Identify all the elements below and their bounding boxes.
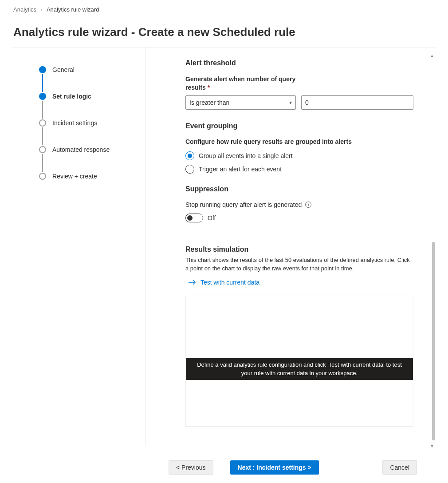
step-general[interactable]: General: [39, 65, 145, 74]
results-simulation-heading: Results simulation: [185, 245, 413, 253]
breadcrumb-root[interactable]: Analytics: [13, 6, 36, 13]
event-grouping-sublabel: Configure how rule query results are gro…: [185, 138, 413, 145]
suppression-toggle[interactable]: [185, 214, 203, 222]
radio-label: Trigger an alert for each event: [199, 166, 282, 173]
suppression-label: Stop running query after alert is genera…: [185, 201, 302, 208]
radio-icon: [185, 151, 194, 160]
page-title: Analytics rule wizard - Create a new Sch…: [0, 17, 448, 47]
chevron-right-icon: ›: [41, 6, 43, 13]
threshold-value-input-wrapper: [301, 95, 413, 110]
required-mark: *: [208, 84, 210, 91]
step-dot-icon: [39, 146, 46, 153]
step-dot-icon: [39, 93, 46, 100]
content-panel: Alert threshold Generate alert when numb…: [145, 48, 436, 445]
scrollbar-thumb[interactable]: [432, 242, 435, 440]
toggle-state-text: Off: [208, 214, 216, 222]
scroll-down-icon[interactable]: ▼: [430, 443, 434, 448]
step-label: Incident settings: [52, 119, 97, 127]
step-label: Set rule logic: [52, 93, 91, 100]
select-value: Is greater than: [189, 99, 229, 106]
radio-icon: [185, 165, 194, 174]
cancel-button[interactable]: Cancel: [382, 460, 417, 475]
step-automated-response[interactable]: Automated response: [39, 145, 145, 154]
step-label: General: [52, 66, 75, 73]
breadcrumb: Analytics › Analytics rule wizard: [0, 0, 448, 17]
step-review-create[interactable]: Review + create: [39, 172, 145, 181]
chevron-down-icon: ▾: [289, 99, 292, 106]
step-connector: [42, 74, 43, 92]
alert-threshold-heading: Alert threshold: [185, 59, 413, 67]
step-incident-settings[interactable]: Incident settings: [39, 119, 145, 127]
step-connector: [42, 154, 43, 172]
grouping-option-per-event[interactable]: Trigger an alert for each event: [185, 165, 413, 174]
event-grouping-heading: Event grouping: [185, 122, 413, 130]
step-connector: [42, 127, 43, 145]
test-link-label: Test with current data: [200, 279, 259, 286]
next-button[interactable]: Next : Incident settings >: [230, 460, 319, 475]
step-label: Review + create: [52, 173, 97, 180]
results-chart-placeholder: Define a valid analytics rule configurat…: [185, 296, 413, 427]
breadcrumb-current: Analytics rule wizard: [47, 6, 99, 13]
step-set-rule-logic[interactable]: Set rule logic: [39, 92, 145, 101]
step-connector: [42, 101, 43, 119]
previous-button[interactable]: < Previous: [169, 460, 213, 475]
step-dot-icon: [39, 119, 46, 127]
radio-label: Group all events into a single alert: [199, 152, 293, 159]
wizard-steps: General Set rule logic Incident settings…: [12, 48, 145, 445]
toggle-knob-icon: [187, 215, 193, 221]
step-label: Automated response: [52, 146, 110, 153]
results-simulation-description: This chart shows the results of the last…: [185, 256, 413, 273]
threshold-operator-select[interactable]: Is greater than ▾: [185, 95, 296, 110]
wizard-footer: < Previous Next : Incident settings > Ca…: [0, 452, 448, 483]
step-dot-icon: [39, 173, 46, 180]
threshold-value-input[interactable]: [305, 99, 409, 106]
grouping-option-single-alert[interactable]: Group all events into a single alert: [185, 151, 413, 160]
arrow-right-icon: [188, 279, 196, 285]
threshold-field-label: Generate alert when number of query resu…: [185, 75, 301, 92]
results-chart-banner: Define a valid analytics rule configurat…: [186, 358, 413, 380]
step-dot-icon: [39, 66, 46, 73]
info-icon[interactable]: i: [305, 202, 311, 208]
suppression-heading: Suppression: [185, 185, 413, 193]
test-with-current-data-link[interactable]: Test with current data: [188, 279, 413, 286]
scroll-up-icon[interactable]: ▲: [430, 53, 434, 58]
